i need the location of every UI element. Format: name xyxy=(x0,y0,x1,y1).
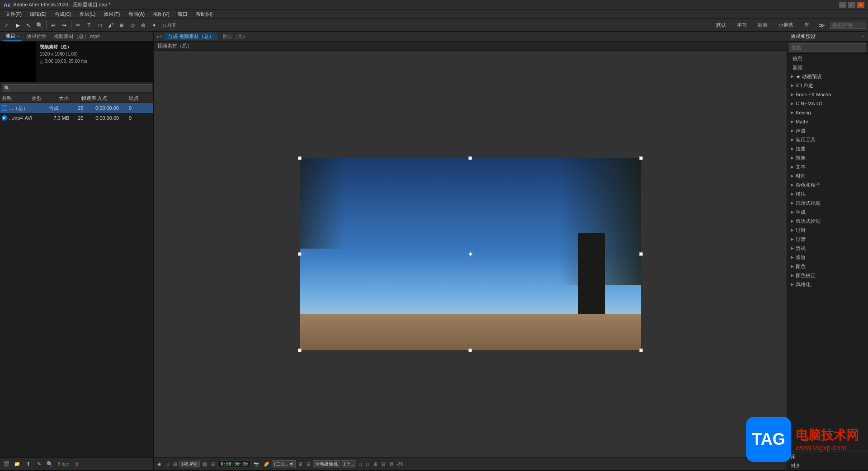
effects-group-chan[interactable]: ▶ 通道 xyxy=(787,253,868,262)
roto-tool[interactable]: ⊗ xyxy=(138,20,148,30)
menu-view[interactable]: 视图(V) xyxy=(149,10,173,18)
transform-handle-bl[interactable] xyxy=(298,349,302,352)
undo-tool[interactable]: ↩ xyxy=(48,20,58,30)
shape-tool[interactable]: □ xyxy=(95,20,105,30)
camera-selector[interactable]: 活动摄像机 xyxy=(313,460,340,468)
transform-handle-tr[interactable] xyxy=(639,156,643,160)
effects-group-keying[interactable]: ▶ Keying xyxy=(787,108,868,117)
effects-group-perspective[interactable]: ▶ 透视 xyxy=(787,244,868,253)
menu-composition[interactable]: 合成(C) xyxy=(51,10,75,18)
workspace-more[interactable]: ≫ xyxy=(816,20,826,30)
menu-help[interactable]: 帮助(H) xyxy=(192,10,216,18)
play-tool[interactable]: ▶ xyxy=(13,20,23,30)
viewer-toggle4[interactable]: ⊟ xyxy=(380,461,387,467)
effects-group-animation[interactable]: ▶ ★ 动画预设 xyxy=(787,72,868,81)
grid-button[interactable]: ⊞ xyxy=(297,461,304,467)
new-composition-button[interactable]: 🎬 xyxy=(2,460,11,468)
workspace-standard[interactable]: 标准 xyxy=(754,21,771,29)
project-item-footage[interactable]: ▶ ...mp4 AVI 7.3 MB 25 0:00:00.00 0 xyxy=(0,113,153,123)
effects-group-boris[interactable]: ▶ Boris FX Mocha xyxy=(787,90,868,99)
clone-tool[interactable]: ⊕ xyxy=(117,20,127,30)
effects-group-simulate[interactable]: ▶ 模拟 xyxy=(787,189,868,198)
viewer-fit[interactable]: ▧ xyxy=(201,461,208,467)
text-tool[interactable]: T xyxy=(84,20,94,30)
paint-tool[interactable]: 🖌 xyxy=(106,20,116,30)
effects-group-utility[interactable]: ▶ 实用工具 xyxy=(787,135,868,144)
eraser-tool[interactable]: ◇ xyxy=(127,20,137,30)
workspace-library[interactable]: 库 xyxy=(801,21,813,29)
viewer-toggle2[interactable]: □ xyxy=(364,461,371,467)
layer-tab[interactable]: 视频素材（总） xyxy=(157,42,192,49)
viewer-toggle1[interactable]: □ xyxy=(357,461,363,467)
effects-group-info[interactable]: 信息 xyxy=(787,54,868,63)
window-controls[interactable]: — □ ✕ xyxy=(839,2,864,8)
composition-label[interactable]: 合成 视频素材（总） xyxy=(164,33,217,40)
puppet-tool[interactable]: ✦ xyxy=(149,20,159,30)
effects-group-keying2[interactable]: ▶ 抠像 xyxy=(787,153,868,162)
viewer-toggle3[interactable]: ⊞ xyxy=(372,461,379,467)
effects-group-expression[interactable]: ▶ 透达式控制 xyxy=(787,217,868,226)
align-section[interactable]: 对齐 xyxy=(787,461,868,470)
minimize-button[interactable]: — xyxy=(839,2,846,8)
delete-button[interactable]: 🗑 xyxy=(72,460,81,468)
search-button[interactable]: 🔍 xyxy=(45,460,54,468)
effects-group-color[interactable]: ▶ 颜色 xyxy=(787,262,868,271)
transform-handle-ml[interactable] xyxy=(298,252,302,256)
pen-tool[interactable]: ✏ xyxy=(73,20,83,30)
effects-group-generate[interactable]: ▶ 生成 xyxy=(787,207,868,217)
transform-handle-br[interactable] xyxy=(639,349,643,352)
home-tool[interactable]: ⌂ xyxy=(2,20,12,30)
guides-button[interactable]: ⊟ xyxy=(305,461,312,467)
show-snapshot[interactable]: 🌈 xyxy=(262,461,271,467)
effects-group-colorcorrect[interactable]: ▶ 颜色校正 xyxy=(787,271,868,280)
transform-handle-tl[interactable] xyxy=(298,156,302,160)
menu-edit[interactable]: 编辑(E) xyxy=(26,10,50,18)
effects-group-noise[interactable]: ▶ 杂色和粒子 xyxy=(787,180,868,189)
menu-layer[interactable]: 图层(L) xyxy=(76,10,99,18)
menu-animation[interactable]: 动画(A) xyxy=(125,10,149,18)
refresh-button[interactable]: ⚙ xyxy=(388,461,396,467)
project-item-comp[interactable]: ...（总） 合成 25 0:00:00.00 0 xyxy=(0,103,153,113)
maximize-button[interactable]: □ xyxy=(848,2,855,8)
workspace-default[interactable]: 默认 xyxy=(712,21,730,29)
transform-handle-tc[interactable] xyxy=(468,156,472,160)
effects-group-immersive[interactable]: ▶ 沉浸式视频 xyxy=(787,198,868,207)
tab-footage[interactable]: 视频素材（总）.mp4 xyxy=(51,32,102,41)
effects-group-time[interactable]: ▶ 时间 xyxy=(787,171,868,180)
zoom-tool[interactable]: 🔍 xyxy=(34,20,44,30)
effects-group-obsolete[interactable]: ▶ 过时 xyxy=(787,226,868,235)
workspace-small[interactable]: 小屏幕 xyxy=(775,21,797,29)
menu-file[interactable]: 文件(F) xyxy=(2,10,25,18)
effects-group-transition[interactable]: ▶ 过渡 xyxy=(787,235,868,244)
effects-group-matte[interactable]: ▶ Matte xyxy=(787,117,868,126)
effects-search-input[interactable] xyxy=(789,43,866,52)
help-search[interactable] xyxy=(830,22,866,29)
close-button[interactable]: ✕ xyxy=(857,2,864,8)
transform-handle-mr[interactable] xyxy=(639,252,643,256)
effects-group-cinema4d[interactable]: ▶ CINEMA 4D xyxy=(787,99,868,108)
redo-tool[interactable]: ↪ xyxy=(59,20,69,30)
new-folder-button[interactable]: 📁 xyxy=(13,460,22,468)
workspace-learn[interactable]: 学习 xyxy=(733,21,750,29)
view-count[interactable]: 1个... xyxy=(341,460,356,468)
export-button[interactable]: ✎ xyxy=(34,460,43,468)
quality-selector[interactable]: (二分... ▾) xyxy=(272,460,296,468)
select-tool[interactable]: ↖ xyxy=(24,20,33,30)
viewer-always-preview[interactable]: ◉ xyxy=(156,461,163,467)
viewer-region[interactable]: □ xyxy=(164,461,170,467)
viewer-area[interactable]: ✦ xyxy=(154,51,787,457)
effects-group-stylize[interactable]: ▶ 风格化 xyxy=(787,280,868,289)
menu-effect[interactable]: 效果(T) xyxy=(100,10,123,18)
effects-group-audio[interactable]: 音频 xyxy=(787,63,868,72)
viewer-transparent[interactable]: ⊞ xyxy=(171,461,179,467)
menu-window[interactable]: 窗口 xyxy=(174,10,191,18)
transform-handle-bc[interactable] xyxy=(468,349,472,352)
tab-effects-controls[interactable]: 效果控件 xyxy=(24,32,49,41)
viewer-frame[interactable]: ⊟ xyxy=(209,461,217,467)
zoom-display[interactable]: (49.4%) xyxy=(179,461,200,467)
import-button[interactable]: ⬆ xyxy=(24,460,33,468)
timecode-display[interactable]: 0:00:00:00 xyxy=(217,461,251,467)
project-search-input[interactable] xyxy=(2,84,151,92)
snapshot-button[interactable]: 📷 xyxy=(252,461,261,467)
effects-group-3d[interactable]: ▶ 3D 声道 xyxy=(787,81,868,90)
